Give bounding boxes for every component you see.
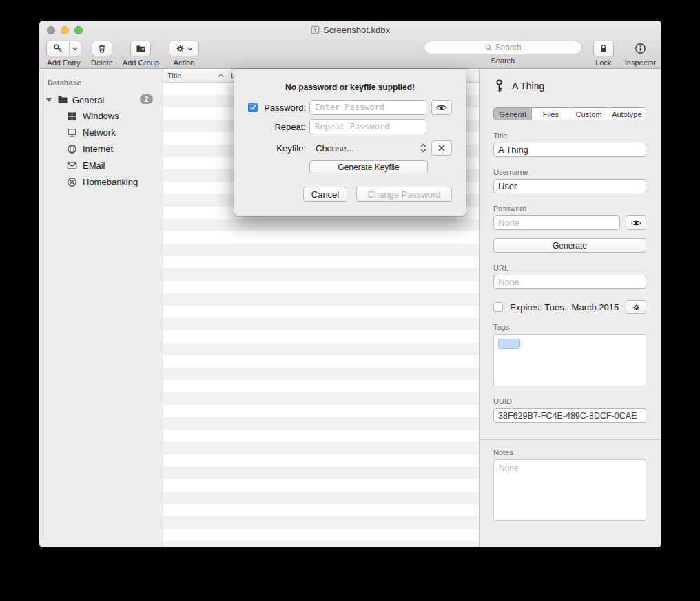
keyfile-selected-value: Choose... xyxy=(316,143,420,154)
add-group-tool: Add Group xyxy=(123,41,159,67)
gear-icon xyxy=(175,43,185,54)
sheet-message: No password or keyfile supplied! xyxy=(234,83,466,92)
delete-label: Delete xyxy=(91,59,113,67)
inspector-button[interactable] xyxy=(635,41,646,56)
username-field[interactable] xyxy=(493,179,646,193)
folder-icon xyxy=(57,95,68,105)
generate-password-button[interactable]: Generate xyxy=(493,238,646,253)
action-label: Action xyxy=(174,59,195,67)
search-label: Search xyxy=(491,56,515,65)
entry-count-badge: 2 xyxy=(140,94,153,104)
inspector-label: Inspector xyxy=(625,59,656,67)
window-title: Screenshot.kdbx xyxy=(323,25,390,35)
tab-files[interactable]: Files xyxy=(532,108,570,120)
change-password-button[interactable]: Change Password xyxy=(356,187,452,202)
eye-icon xyxy=(436,104,447,112)
sidebar-group-general[interactable]: General 2 xyxy=(39,92,163,107)
add-entry-label: Add Entry xyxy=(47,59,80,67)
section-divider xyxy=(480,439,661,440)
key-icon xyxy=(47,41,70,56)
uuid-field[interactable] xyxy=(493,408,646,423)
sidebar-header: Database xyxy=(39,69,163,92)
column-header-title[interactable]: Title xyxy=(163,69,227,82)
sidebar-item-network[interactable]: Network xyxy=(39,124,163,140)
sidebar-item-windows[interactable]: Windows xyxy=(39,107,163,124)
add-entry-tool: Add Entry xyxy=(46,41,81,67)
inspector-tool: Inspector xyxy=(625,41,656,67)
sheet-password-label: Password: xyxy=(260,103,306,113)
envelope-icon xyxy=(67,161,77,170)
sidebar-item-email[interactable]: EMail xyxy=(39,157,163,173)
tab-general[interactable]: General xyxy=(494,108,532,120)
password-field[interactable] xyxy=(493,215,620,230)
folder-plus-icon xyxy=(136,44,146,54)
stepper-icon xyxy=(420,143,426,153)
toolbar: Add Entry Delete xyxy=(39,39,661,69)
delete-tool: Delete xyxy=(91,41,113,67)
gear-icon xyxy=(632,303,641,312)
sheet-repeat-label: Repeat: xyxy=(248,122,306,132)
sidebar-item-label: EMail xyxy=(83,160,105,171)
inspector-panel: A Thing General Files Custom Autotype Ti… xyxy=(479,69,661,547)
sheet-repeat-input[interactable] xyxy=(309,119,426,134)
tab-autotype[interactable]: Autotype xyxy=(608,108,646,120)
titlebar: Screenshot.kdbx xyxy=(39,21,661,39)
sheet-keyfile-label: Keyfile: xyxy=(248,143,306,154)
lock-button[interactable] xyxy=(593,41,614,56)
sidebar-item-homebanking[interactable]: Homebanking xyxy=(39,173,163,190)
lock-tool: Lock xyxy=(593,41,614,67)
lock-icon xyxy=(599,43,608,54)
search-input[interactable]: Search xyxy=(424,41,582,54)
delete-button[interactable] xyxy=(92,41,112,56)
tags-box[interactable] xyxy=(493,334,646,386)
tab-custom[interactable]: Custom xyxy=(570,108,608,120)
desktop: { "window": { "title": "Screenshot.kdbx"… xyxy=(0,0,700,601)
cancel-button[interactable]: Cancel xyxy=(303,187,347,202)
clear-x-icon xyxy=(438,144,446,152)
key-icon xyxy=(493,79,505,93)
tags-label: Tags xyxy=(493,323,646,331)
info-icon xyxy=(635,43,646,54)
title-field[interactable] xyxy=(493,143,646,157)
sidebar-item-label: Network xyxy=(83,127,116,138)
check-icon xyxy=(249,105,256,111)
uuid-label: UUID xyxy=(493,397,646,405)
add-entry-button[interactable] xyxy=(46,41,81,56)
generate-keyfile-button[interactable]: Generate Keyfile xyxy=(309,160,428,173)
chevron-down-icon xyxy=(187,46,193,51)
url-field-label: URL xyxy=(493,264,646,272)
globe-icon xyxy=(67,144,77,154)
disclosure-triangle-icon[interactable] xyxy=(45,98,52,102)
lock-label: Lock xyxy=(595,59,611,67)
eye-icon xyxy=(631,220,641,226)
sheet-reveal-password-button[interactable] xyxy=(431,100,452,115)
expires-checkbox[interactable] xyxy=(493,302,503,312)
sidebar-item-label: Internet xyxy=(83,144,113,154)
password-field-label: Password xyxy=(493,204,646,213)
keyfile-popup-button[interactable]: Choose... xyxy=(309,143,426,154)
sidebar: Database General 2 Windows Network xyxy=(39,69,163,547)
password-checkbox[interactable] xyxy=(248,103,258,112)
sidebar-item-label: Homebanking xyxy=(83,177,138,187)
column-title-label: Title xyxy=(167,72,181,80)
title-field-label: Title xyxy=(493,131,646,140)
sidebar-item-label: Windows xyxy=(83,111,119,121)
expires-label: Expires: Tues...March 2015 xyxy=(510,302,619,313)
notes-field[interactable]: None xyxy=(493,459,646,521)
app-window: Screenshot.kdbx Add Entry xyxy=(39,21,661,547)
tag-pill[interactable] xyxy=(498,339,520,349)
expires-settings-button[interactable] xyxy=(626,300,646,314)
reveal-password-button[interactable] xyxy=(626,215,646,230)
inspector-tabs: General Files Custom Autotype xyxy=(493,107,646,120)
sort-ascending-icon xyxy=(218,74,224,78)
document-icon xyxy=(311,25,320,34)
search-placeholder: Search xyxy=(495,43,522,52)
action-button[interactable] xyxy=(169,41,199,56)
sheet-password-input[interactable] xyxy=(309,100,426,115)
clear-keyfile-button[interactable] xyxy=(431,140,452,156)
chevron-down-icon[interactable] xyxy=(70,41,81,56)
computer-icon xyxy=(67,127,77,138)
url-field[interactable] xyxy=(493,275,646,289)
add-group-button[interactable] xyxy=(130,41,151,56)
sidebar-item-internet[interactable]: Internet xyxy=(39,140,163,157)
